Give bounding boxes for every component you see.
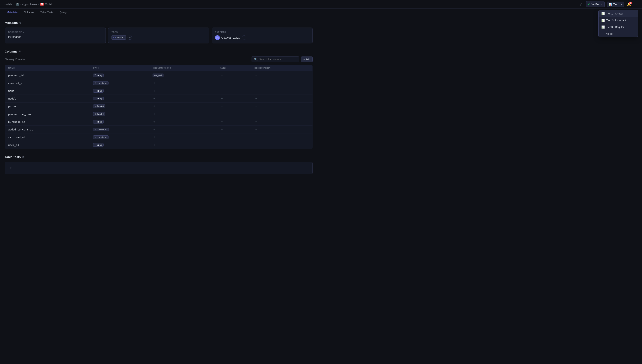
experts-row: OZ Octavian Zarzu + [215,35,309,40]
tier2-bar-icon: 📊 [601,19,605,22]
col-tests-created_at: + [149,79,217,87]
add-test-button[interactable]: + [153,128,156,131]
add-column-desc-button[interactable]: + [255,112,258,116]
col-tests-production_year: + [149,110,217,118]
description-value: Purchases [8,35,102,38]
add-column-tag-button[interactable]: + [220,97,223,100]
col-tests-product_id: not_null+ [149,71,217,79]
table-row: user_idT string+++ [5,141,313,149]
star-button[interactable]: ☆ [579,2,584,7]
main-content: Metadata ⧉ Description Purchases Tags 🏷 … [0,16,317,179]
type-icon: ⊙ [95,136,96,138]
col-tags-purchase_id: + [217,118,251,126]
add-column-desc-button[interactable]: + [255,74,258,77]
expert-name: Octavian Zarzu [221,36,240,39]
add-column-desc-button[interactable]: + [255,97,258,100]
add-column-desc-button[interactable]: + [255,120,258,124]
tier-dropdown-item-regular[interactable]: 📊 Tier 3 - Regular [598,24,638,30]
col-type-returned_at: ⊙ timestamp [90,134,150,141]
col-type-price: ▦ float64 [90,102,150,110]
sub-nav: Metadata Columns Table Tests Query [0,9,642,16]
tier-dropdown-item-notier[interactable]: — No tier [598,30,638,37]
add-test-button[interactable]: + [153,81,156,85]
col-type-model: T string [90,95,150,102]
type-icon: T [95,90,96,92]
notier-bar-icon: — [601,32,604,35]
add-test-button[interactable]: + [153,89,156,92]
add-test-button[interactable]: + [153,143,156,147]
add-column-desc-button[interactable]: + [255,104,258,108]
col-tags-added_to_cart_at: + [217,126,251,134]
add-test-button[interactable]: + [153,112,156,116]
tier-label: Tier 1 [613,3,620,6]
breadcrumb-models[interactable]: models [4,3,12,6]
col-desc-price: + [251,102,313,110]
metadata-copy-icon[interactable]: ⧉ [19,21,21,24]
add-column-tag-button[interactable]: + [220,120,223,124]
add-column-tag-button[interactable]: + [220,136,223,139]
notifications-button[interactable]: 🔔 1 [626,2,632,7]
add-column-desc-button[interactable]: + [255,81,258,85]
col-type-user_id: T string [90,141,150,149]
add-test-button[interactable]: + [164,73,168,77]
table-tests-copy-icon[interactable]: ⧉ [22,156,24,158]
col-header-description: Description [251,65,313,71]
add-column-tag-button[interactable]: + [220,112,223,116]
add-column-tag-button[interactable]: + [220,81,223,85]
type-icon: ▦ [95,113,97,115]
tab-columns[interactable]: Columns [21,9,37,16]
verified-button[interactable]: ✓ Verified ▾ [586,1,605,7]
tab-metadata[interactable]: Metadata [4,9,20,16]
metadata-grid: Description Purchases Tags 🏷 verified + … [5,28,313,44]
col-tests-returned_at: + [149,134,217,141]
add-table-test-button[interactable]: + [9,166,13,170]
add-expert-button[interactable]: + [242,36,246,40]
add-column-tag-button[interactable]: + [220,74,223,77]
columns-section: Columns ⧉ Showing 10 entries 🔍 + Add Nam… [5,50,313,149]
table-row: makeT string+++ [5,87,313,95]
tier2-label: Tier 2 - Important [606,19,626,22]
tag-verified: 🏷 verified [112,35,126,40]
col-tests-added_to_cart_at: + [149,126,217,134]
add-column-button[interactable]: + Add [301,56,313,62]
columns-table: Name Type Column Tests Tags Description … [5,65,313,149]
table-row: modelT string+++ [5,95,313,102]
add-tag-button[interactable]: + [128,35,132,40]
search-box[interactable]: 🔍 [252,56,299,62]
add-test-button[interactable]: + [153,104,156,108]
verified-label: Verified [592,3,600,6]
add-test-button[interactable]: + [153,136,156,139]
type-icon: T [95,98,96,100]
table-row: created_at⊙ timestamp+++ [5,79,313,87]
tab-query[interactable]: Query [57,9,69,16]
verified-chevron-icon: ▾ [601,3,602,6]
tier-dropdown-item-important[interactable]: 📊 Tier 2 - Important [598,17,638,24]
more-options-button[interactable]: ··· [634,2,638,7]
breadcrumb-sep1: / [14,3,14,6]
col-desc-make: + [251,87,313,95]
tier-button[interactable]: 📊 Tier 1 ▾ [607,2,624,7]
col-type-added_to_cart_at: ⊙ timestamp [90,126,150,134]
type-icon: T [95,144,96,146]
add-column-desc-button[interactable]: + [255,89,258,92]
add-column-tag-button[interactable]: + [220,128,223,131]
table-tests-header: Table Tests ⧉ [5,155,313,158]
add-column-desc-button[interactable]: + [255,136,258,139]
add-column-tag-button[interactable]: + [220,89,223,92]
search-input[interactable] [259,58,297,61]
metadata-title: Metadata [5,21,18,24]
tier-dropdown: 📊 Tier 1 - Critical 📊 Tier 2 - Important… [598,10,638,37]
add-test-button[interactable]: + [153,97,156,100]
add-column-tag-button[interactable]: + [220,104,223,108]
description-card: Description Purchases [5,28,106,44]
add-column-desc-button[interactable]: + [255,143,258,147]
tab-table-tests[interactable]: Table Tests [38,9,56,16]
tier-dropdown-item-critical[interactable]: 📊 Tier 1 - Critical [598,10,638,17]
breadcrumb-mrt-purchases[interactable]: mrt_purchases [20,3,37,6]
add-column-tag-button[interactable]: + [220,143,223,147]
add-test-button[interactable]: + [153,120,156,124]
columns-copy-icon[interactable]: ⧉ [19,50,21,53]
columns-section-header: Columns ⧉ [5,50,313,53]
add-column-desc-button[interactable]: + [255,128,258,131]
col-name-created_at: created_at [5,79,90,87]
